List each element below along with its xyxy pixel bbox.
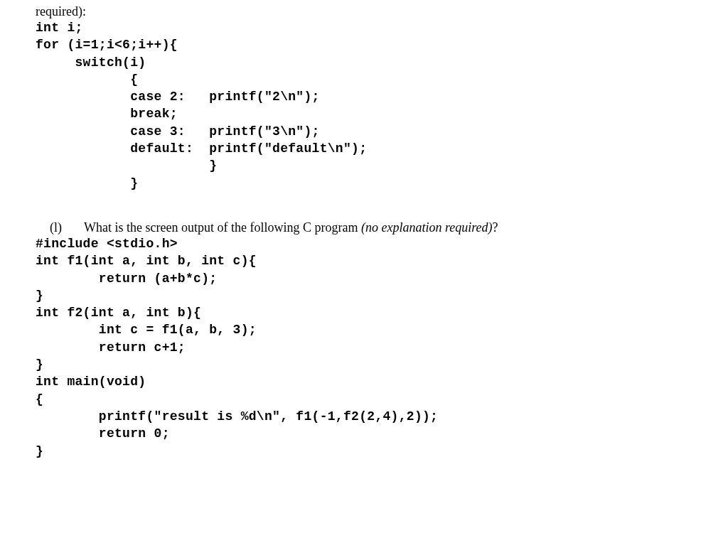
question-l-text: What is the screen output of the followi… [84, 220, 498, 235]
code-block-l: #include <stdio.h> int f1(int a, int b, … [36, 235, 692, 460]
code-block-k: int i; for (i=1;i<6;i++){ switch(i) { ca… [36, 19, 692, 192]
question-l-end: ? [493, 220, 498, 235]
question-l-plain: What is the screen output of the followi… [84, 220, 361, 235]
label-l: (l) [36, 220, 64, 235]
page-container: (k) What is the screen output of the fol… [0, 0, 728, 460]
required-text: required): [36, 4, 692, 19]
question-l: (l) What is the screen output of the fol… [36, 220, 692, 235]
question-l-italic: (no explanation required) [361, 220, 493, 235]
